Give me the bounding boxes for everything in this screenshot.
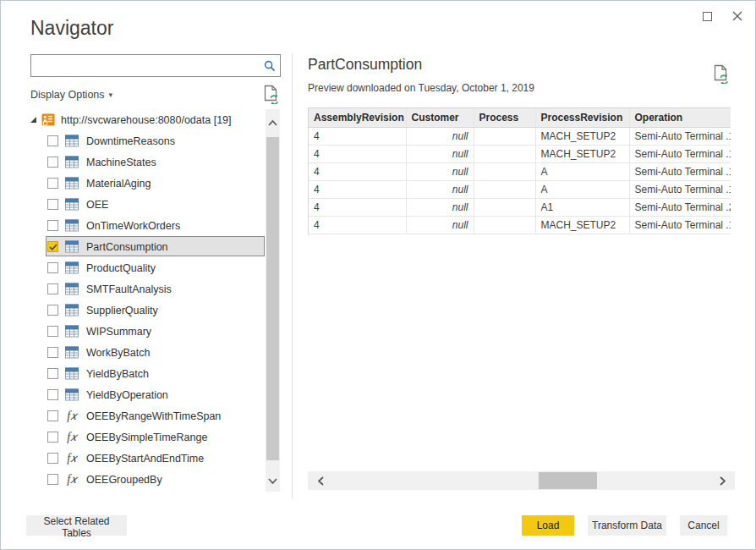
tree-item-oeebystartandendtime[interactable]: f𝑥 OEEByStartAndEndTime xyxy=(29,448,266,469)
tree-item-label: OEE xyxy=(86,199,108,211)
item-checkbox[interactable] xyxy=(47,326,58,337)
search-box xyxy=(30,54,281,77)
table-row: 4nullMACH_SETUP2Semi-Auto Terminal .1 xyxy=(309,145,731,162)
item-checkbox[interactable] xyxy=(47,241,58,252)
table-row: 4nullMACH_SETUP2Semi-Auto Terminal .1 xyxy=(309,216,731,234)
refresh-list-icon[interactable] xyxy=(264,85,280,107)
tree-item-downtimereasons[interactable]: f𝑥 DowntimeReasons xyxy=(29,130,266,151)
tree-item-oeebysimpletimerange[interactable]: f𝑥 OEEBySimpleTimeRange xyxy=(29,426,266,448)
function-icon: f𝑥 xyxy=(65,473,79,487)
item-checkbox[interactable] xyxy=(47,135,58,146)
table-cell: MACH_SETUP2 xyxy=(535,127,629,145)
tree-item-supplierquality[interactable]: f𝑥 SupplierQuality xyxy=(29,300,266,321)
table-cell: null xyxy=(406,145,474,162)
table-cell xyxy=(474,180,535,198)
page-title: Navigator xyxy=(30,17,113,40)
tree-item-label: WorkByBatch xyxy=(86,347,151,359)
table-icon xyxy=(65,177,79,190)
function-icon: f𝑥 xyxy=(65,431,79,444)
table-row: 4nullMACH_SETUP2Semi-Auto Terminal .1 xyxy=(309,127,731,145)
display-options-dropdown[interactable]: Display Options ▾ xyxy=(30,87,112,102)
navigator-dialog: Navigator Display Options ▾ xyxy=(0,0,756,550)
close-icon xyxy=(732,11,742,21)
tree-item-oeegroupedby[interactable]: f𝑥 OEEGroupedBy xyxy=(29,469,266,490)
preview-horizontal-scrollbar[interactable] xyxy=(308,471,735,490)
function-icon: f𝑥 xyxy=(65,410,79,423)
tree-item-label: SMTFaultAnalysis xyxy=(86,283,172,295)
item-checkbox[interactable] xyxy=(47,474,58,485)
tree-item-label: SupplierQuality xyxy=(86,305,158,316)
table-cell: 4 xyxy=(309,180,406,198)
item-checkbox[interactable] xyxy=(47,178,58,189)
item-checkbox[interactable] xyxy=(47,199,58,210)
table-icon xyxy=(65,135,79,147)
maximize-button[interactable] xyxy=(694,5,720,27)
chevron-down-icon: ▾ xyxy=(109,91,113,99)
tree-item-partconsumption[interactable]: f𝑥 PartConsumption xyxy=(29,236,266,257)
table-cell: 4 xyxy=(309,162,406,180)
table-icon xyxy=(65,388,79,401)
table-cell: Semi-Auto Terminal .1 xyxy=(629,180,731,198)
expand-collapse-icon[interactable] xyxy=(30,117,36,123)
table-cell: A xyxy=(535,162,629,180)
item-checkbox[interactable] xyxy=(47,410,58,421)
tree-item-label: PartConsumption xyxy=(86,241,168,253)
search-icon[interactable] xyxy=(260,60,280,72)
close-button[interactable] xyxy=(725,5,750,27)
tree-vertical-scrollbar[interactable] xyxy=(266,109,280,492)
item-checkbox[interactable] xyxy=(47,389,58,400)
table-cell: null xyxy=(406,162,474,180)
item-checkbox[interactable] xyxy=(47,220,58,231)
cancel-button[interactable]: Cancel xyxy=(680,515,727,536)
tree-item-label: ProductQuality xyxy=(86,262,156,274)
preview-title: PartConsumption xyxy=(308,56,422,74)
item-checkbox[interactable] xyxy=(47,453,58,464)
table-icon xyxy=(65,219,79,232)
item-checkbox[interactable] xyxy=(47,347,58,358)
column-header: Operation xyxy=(629,108,731,127)
scroll-right-icon[interactable] xyxy=(713,471,731,490)
search-input[interactable] xyxy=(31,55,260,76)
tree-item-label: OnTimeWorkOrders xyxy=(86,220,180,232)
tree-item-ontimeworkorders[interactable]: f𝑥 OnTimeWorkOrders xyxy=(29,215,266,236)
scroll-down-icon[interactable] xyxy=(266,474,280,488)
horizontal-scroll-thumb[interactable] xyxy=(539,472,597,489)
table-cell: MACH_SETUP2 xyxy=(535,145,629,162)
transform-data-button[interactable]: Transform Data xyxy=(588,515,666,536)
load-button[interactable]: Load xyxy=(522,515,574,536)
panel-divider xyxy=(292,53,293,498)
item-checkbox[interactable] xyxy=(47,432,58,443)
scroll-left-icon[interactable] xyxy=(311,471,330,490)
tree-item-productquality[interactable]: f𝑥 ProductQuality xyxy=(29,257,266,278)
tree-item-machinestates[interactable]: f𝑥 MachineStates xyxy=(29,151,266,173)
tree-item-materialaging[interactable]: f𝑥 MaterialAging xyxy=(29,173,266,194)
tree-root-odata-source[interactable]: http://svcwarehouse:8080/odata [19] xyxy=(29,109,266,130)
scroll-up-icon[interactable] xyxy=(266,116,280,130)
table-cell: 4 xyxy=(309,198,406,216)
item-checkbox[interactable] xyxy=(47,262,58,273)
table-cell: 4 xyxy=(309,216,406,234)
item-checkbox[interactable] xyxy=(47,157,58,168)
item-checkbox[interactable] xyxy=(47,368,58,379)
tree-item-oeebyrangewithtimespan[interactable]: f𝑥 OEEByRangeWithTimeSpan xyxy=(29,405,266,426)
preview-subtitle: Preview downloaded on Tuesday, October 1… xyxy=(308,82,534,94)
tree-item-wipsummary[interactable]: f𝑥 WIPSummary xyxy=(29,321,266,342)
column-header: Customer xyxy=(406,108,474,127)
tree-item-yieldbyoperation[interactable]: f𝑥 YieldByOperation xyxy=(29,384,266,405)
preview-table: AssemblyRevisionCustomerProcessProcessRe… xyxy=(308,107,731,235)
table-icon xyxy=(65,367,79,380)
tree-item-label: OEEByRangeWithTimeSpan xyxy=(86,410,221,422)
select-related-tables-button[interactable]: Select Related Tables xyxy=(26,515,127,536)
refresh-preview-icon[interactable] xyxy=(714,64,730,87)
tree-item-yieldbybatch[interactable]: f𝑥 YieldByBatch xyxy=(29,363,266,384)
vertical-scroll-thumb[interactable] xyxy=(266,137,279,460)
tree-item-workbybatch[interactable]: f𝑥 WorkByBatch xyxy=(29,342,266,363)
tree-item-smtfaultanalysis[interactable]: f𝑥 SMTFaultAnalysis xyxy=(29,278,266,300)
item-checkbox[interactable] xyxy=(47,283,58,294)
tree-item-oee[interactable]: f𝑥 OEE xyxy=(29,194,266,215)
table-cell: Semi-Auto Terminal .2 xyxy=(629,198,731,216)
table-icon xyxy=(65,325,79,338)
tree-item-label: OEEGroupedBy xyxy=(86,474,162,486)
item-checkbox[interactable] xyxy=(47,305,58,316)
table-cell: MACH_SETUP2 xyxy=(535,216,629,234)
